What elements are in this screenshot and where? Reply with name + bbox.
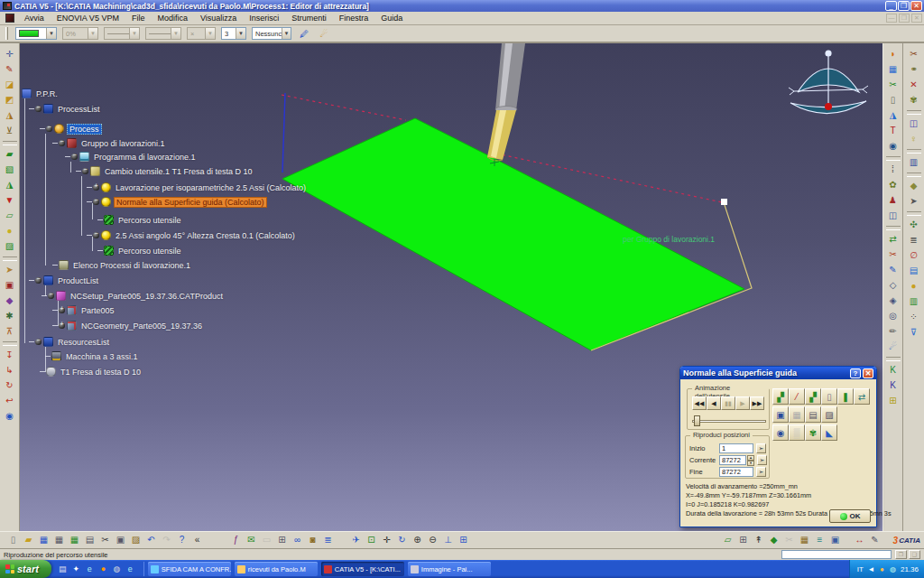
spiral-milling-icon[interactable]: ● [2,224,18,239]
material-removal-icon[interactable]: ◣ [821,424,837,441]
tree-item-productlist[interactable]: ProductList [29,275,100,286]
green-solid-icon[interactable]: ◆ [766,533,781,547]
lock-icon[interactable]: ◙ [305,533,320,547]
knowledge-k-icon[interactable]: K [885,363,901,378]
tree-item-elenco-processi[interactable]: Elenco Processi di lavorazione.1 [52,259,192,271]
expand-knob[interactable] [93,184,99,191]
current-position-input[interactable]: 87272 [719,455,746,465]
gear-operator-icon[interactable]: ✾ [906,93,922,108]
ghost-frame-icon[interactable]: ▭ [259,533,274,547]
taskbar-task[interactable]: CATIA V5 - [K:\CATI... [321,562,404,576]
expand-knob[interactable] [71,154,78,160]
operator-icon[interactable]: ♟ [885,193,901,209]
tool-path-display-icon[interactable]: ▞ [772,388,789,405]
zlevel-icon[interactable]: ◮ [2,178,18,193]
page-v-icon[interactable]: ⊽ [906,325,922,340]
select-cursor-icon[interactable]: ➤ [906,194,922,210]
forbid-icon[interactable]: ∅ [906,248,922,264]
tree-item-t1-fresa[interactable]: T1 Fresa di testa D 10 [40,366,143,378]
pick-start-button[interactable]: ➣ [756,443,766,453]
ok-button[interactable]: OK [829,509,871,523]
redo-icon[interactable]: ↷ [159,533,174,547]
grid-icon[interactable]: ⊞ [885,394,901,409]
hidden-line-icon[interactable]: ◈ [885,294,901,309]
fit-all-icon[interactable]: ⊡ [364,533,379,547]
open-folder-icon[interactable]: ▰ [21,533,36,547]
command-input[interactable] [781,550,892,559]
eraser-icon[interactable]: ▱ [720,533,735,547]
jump-operator-icon[interactable]: ↟ [751,533,766,547]
translate-path-icon[interactable]: ↳ [2,363,18,378]
save-video-icon[interactable]: ▦ [789,406,805,423]
machining-axis-change-icon[interactable]: ✱ [2,309,18,324]
color-combo[interactable]: ▼ [15,27,57,40]
expand-knob[interactable] [93,199,99,205]
rotate-path-icon[interactable]: ↻ [2,378,18,394]
chevrons-icon[interactable]: « [189,533,205,547]
tool-assembly-icon[interactable]: ⊼ [2,324,18,340]
tree-item-process[interactable]: Process [40,123,102,135]
dots-icon[interactable]: ⁘ [906,310,922,325]
restore-button[interactable]: ❐ [898,1,910,11]
point-display-icon[interactable]: ⁄ [789,388,805,405]
iso-view-icon[interactable]: ◇ [885,278,901,294]
pan-icon[interactable]: ✛ [379,533,394,547]
photo-icon[interactable]: ◉ [772,424,789,441]
expand-knob[interactable] [35,106,42,112]
measure-icon[interactable]: ↔ [852,533,867,547]
new-document-icon[interactable]: ▯ [5,533,21,547]
transform-path-icon[interactable]: ⇄ [854,388,870,405]
start-position-input[interactable]: 1 [719,443,753,453]
quick-save-icon[interactable]: ▦ [67,533,82,547]
print-icon[interactable]: ▤ [82,533,97,547]
close-button[interactable]: ✕ [910,1,922,11]
gear-star-icon[interactable]: ✣ [906,218,922,233]
step-back-button[interactable]: ◀ [707,396,721,410]
pointer-k-icon[interactable]: K [885,378,901,394]
expand-knob[interactable] [46,126,52,132]
taskbar-task[interactable]: Immagine - Pai... [408,562,491,576]
page-icon[interactable]: ▯ [821,388,837,405]
isoparametric-icon[interactable]: ▨ [2,239,18,255]
taskbar-task[interactable]: ricevuti da Paolo.M [235,562,318,576]
image-capture-icon[interactable]: ▣ [827,533,843,547]
taskbar-task[interactable]: SFIDA CAM A CONFR... [148,562,231,576]
dialog-title-bar[interactable]: Normale alla Superficie guida ? ✕ [680,367,876,379]
expand-knob[interactable] [93,232,99,238]
contour-icon[interactable]: ▱ [2,209,18,224]
people-pair-icon[interactable]: ⚭ [906,62,922,78]
books-stack-icon[interactable]: ▥ [906,294,922,310]
video-check-icon[interactable]: ◉ [2,409,18,424]
minimize-button[interactable]: _ [885,1,897,11]
ramp-analysis-icon[interactable]: ◮ [885,108,901,124]
undo-icon[interactable]: ↶ [143,533,159,547]
manual-operation-icon[interactable]: ➤ [2,263,18,278]
child-close-button[interactable]: ✕ [911,14,922,23]
line-weight-combo[interactable]: ▼ [145,27,181,40]
cut-icon[interactable]: ✂ [97,533,113,547]
menu-item[interactable]: Visualizza [194,12,243,24]
tree-item-ncgeometry[interactable]: NCGeometry_Parte005_19.37.36 [52,320,204,331]
dialog-close-button[interactable]: ✕ [863,368,873,378]
tool-path-replay-icon[interactable]: ✂ [906,47,922,62]
columns-icon[interactable]: ≡ [812,533,827,547]
binoculars-icon[interactable]: ◉ [885,139,901,154]
ie-icon[interactable]: e [84,564,96,575]
menu-item[interactable]: Avvia [18,12,51,24]
painter-icon[interactable]: 🖉 [297,27,311,41]
expand-knob[interactable] [35,277,42,284]
expand-knob[interactable] [82,168,88,174]
menu-item[interactable]: Strumenti [285,12,333,24]
pp-instruction-icon[interactable]: ◆ [2,294,18,309]
play-button[interactable]: ▶ [735,396,750,410]
table-grid-icon[interactable]: ⊞ [735,533,751,547]
tree-item-lavorazione-iso[interactable]: Lavorazione per isoparametriche 2.5 Assi… [87,182,308,193]
design-table-icon[interactable]: ▦ [885,62,901,78]
zoom-out-icon[interactable]: ⊖ [425,533,440,547]
copy-transformation-icon[interactable]: ↧ [2,348,18,363]
tree-item-macchina[interactable]: Macchina a 3 assi.1 [45,350,140,362]
tv-monitor-icon[interactable]: ◫ [906,117,922,132]
point-symbol-combo[interactable]: ×▼ [187,27,216,40]
catalog-icon[interactable]: ◗ [885,47,901,62]
rotate-icon[interactable]: ↻ [394,533,410,547]
